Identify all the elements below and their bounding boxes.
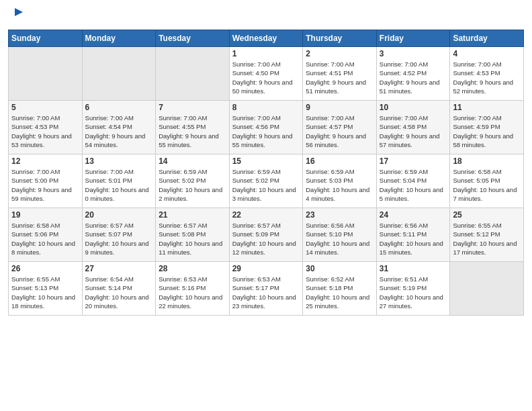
calendar-cell: 25Sunrise: 6:55 AM Sunset: 5:12 PM Dayli… <box>450 208 524 262</box>
calendar-cell: 20Sunrise: 6:57 AM Sunset: 5:07 PM Dayli… <box>82 208 156 262</box>
calendar-cell: 12Sunrise: 7:00 AM Sunset: 5:00 PM Dayli… <box>9 154 83 208</box>
weekday-header-saturday: Saturday <box>450 30 524 47</box>
day-number: 14 <box>159 156 226 166</box>
weekday-header-monday: Monday <box>82 30 156 47</box>
calendar-cell: 28Sunrise: 6:53 AM Sunset: 5:16 PM Dayli… <box>156 262 230 316</box>
calendar-cell: 26Sunrise: 6:55 AM Sunset: 5:13 PM Dayli… <box>9 262 83 316</box>
day-number: 29 <box>232 264 300 273</box>
day-info: Sunrise: 7:00 AM Sunset: 5:01 PM Dayligh… <box>85 167 153 203</box>
day-info: Sunrise: 6:58 AM Sunset: 5:06 PM Dayligh… <box>11 221 79 257</box>
day-number: 23 <box>306 210 373 220</box>
calendar-cell: 15Sunrise: 6:59 AM Sunset: 5:02 PM Dayli… <box>229 154 303 208</box>
calendar-cell <box>82 47 156 101</box>
day-number: 15 <box>232 156 300 166</box>
day-number: 16 <box>306 156 373 166</box>
day-number: 24 <box>380 210 447 220</box>
day-info: Sunrise: 7:00 AM Sunset: 4:53 PM Dayligh… <box>453 60 521 95</box>
day-number: 25 <box>453 210 521 220</box>
calendar-container: SundayMondayTuesdayWednesdayThursdayFrid… <box>0 0 532 321</box>
day-info: Sunrise: 6:56 AM Sunset: 5:10 PM Dayligh… <box>306 221 373 257</box>
day-number: 9 <box>306 103 373 112</box>
day-info: Sunrise: 6:59 AM Sunset: 5:04 PM Dayligh… <box>380 167 447 203</box>
calendar-cell: 23Sunrise: 6:56 AM Sunset: 5:10 PM Dayli… <box>303 208 377 262</box>
logo <box>8 7 24 24</box>
calendar-cell: 21Sunrise: 6:57 AM Sunset: 5:08 PM Dayli… <box>156 208 230 262</box>
day-info: Sunrise: 7:00 AM Sunset: 4:50 PM Dayligh… <box>232 60 300 95</box>
day-number: 13 <box>85 156 153 166</box>
day-number: 11 <box>453 103 521 112</box>
day-info: Sunrise: 7:00 AM Sunset: 4:59 PM Dayligh… <box>453 113 521 149</box>
week-row-1: 1Sunrise: 7:00 AM Sunset: 4:50 PM Daylig… <box>9 47 524 101</box>
calendar-cell: 11Sunrise: 7:00 AM Sunset: 4:59 PM Dayli… <box>450 101 524 154</box>
day-info: Sunrise: 6:57 AM Sunset: 5:09 PM Dayligh… <box>232 221 300 257</box>
day-info: Sunrise: 6:53 AM Sunset: 5:17 PM Dayligh… <box>232 275 300 310</box>
svg-marker-0 <box>15 8 23 16</box>
calendar-cell: 27Sunrise: 6:54 AM Sunset: 5:14 PM Dayli… <box>82 262 156 316</box>
day-info: Sunrise: 6:59 AM Sunset: 5:02 PM Dayligh… <box>159 167 226 203</box>
weekday-header-tuesday: Tuesday <box>156 30 230 47</box>
week-row-4: 19Sunrise: 6:58 AM Sunset: 5:06 PM Dayli… <box>9 208 524 262</box>
weekday-header-thursday: Thursday <box>303 30 377 47</box>
calendar-cell: 30Sunrise: 6:52 AM Sunset: 5:18 PM Dayli… <box>303 262 377 316</box>
calendar-cell: 31Sunrise: 6:51 AM Sunset: 5:19 PM Dayli… <box>376 262 450 316</box>
header <box>8 7 524 24</box>
weekday-header-wednesday: Wednesday <box>229 30 303 47</box>
weekday-header-sunday: Sunday <box>9 30 83 47</box>
day-info: Sunrise: 6:55 AM Sunset: 5:13 PM Dayligh… <box>11 275 79 310</box>
calendar-cell: 18Sunrise: 6:58 AM Sunset: 5:05 PM Dayli… <box>450 154 524 208</box>
day-number: 1 <box>232 49 300 58</box>
day-info: Sunrise: 7:00 AM Sunset: 4:51 PM Dayligh… <box>306 60 373 95</box>
day-info: Sunrise: 6:54 AM Sunset: 5:14 PM Dayligh… <box>85 275 153 310</box>
calendar-cell: 29Sunrise: 6:53 AM Sunset: 5:17 PM Dayli… <box>229 262 303 316</box>
day-info: Sunrise: 6:59 AM Sunset: 5:03 PM Dayligh… <box>306 167 373 203</box>
calendar-cell: 19Sunrise: 6:58 AM Sunset: 5:06 PM Dayli… <box>9 208 83 262</box>
week-row-5: 26Sunrise: 6:55 AM Sunset: 5:13 PM Dayli… <box>9 262 524 316</box>
calendar-cell: 4Sunrise: 7:00 AM Sunset: 4:53 PM Daylig… <box>450 47 524 101</box>
day-number: 20 <box>85 210 153 220</box>
calendar-cell: 24Sunrise: 6:56 AM Sunset: 5:11 PM Dayli… <box>376 208 450 262</box>
day-info: Sunrise: 7:00 AM Sunset: 4:56 PM Dayligh… <box>232 113 300 149</box>
day-number: 2 <box>306 49 373 58</box>
day-number: 30 <box>306 264 373 273</box>
day-info: Sunrise: 6:55 AM Sunset: 5:12 PM Dayligh… <box>453 221 521 257</box>
day-info: Sunrise: 6:59 AM Sunset: 5:02 PM Dayligh… <box>232 167 300 203</box>
calendar-cell <box>9 47 83 101</box>
day-number: 21 <box>159 210 226 220</box>
day-info: Sunrise: 7:00 AM Sunset: 4:52 PM Dayligh… <box>380 60 447 95</box>
day-number: 6 <box>85 103 153 112</box>
calendar-cell: 6Sunrise: 7:00 AM Sunset: 4:54 PM Daylig… <box>82 101 156 154</box>
calendar-cell: 5Sunrise: 7:00 AM Sunset: 4:53 PM Daylig… <box>9 101 83 154</box>
day-number: 27 <box>85 264 153 273</box>
day-info: Sunrise: 7:00 AM Sunset: 5:00 PM Dayligh… <box>11 167 79 203</box>
calendar-cell: 13Sunrise: 7:00 AM Sunset: 5:01 PM Dayli… <box>82 154 156 208</box>
calendar-table: SundayMondayTuesdayWednesdayThursdayFrid… <box>8 30 524 316</box>
day-info: Sunrise: 6:58 AM Sunset: 5:05 PM Dayligh… <box>453 167 521 203</box>
day-number: 10 <box>380 103 447 112</box>
calendar-cell: 7Sunrise: 7:00 AM Sunset: 4:55 PM Daylig… <box>156 101 230 154</box>
calendar-cell: 8Sunrise: 7:00 AM Sunset: 4:56 PM Daylig… <box>229 101 303 154</box>
day-info: Sunrise: 6:57 AM Sunset: 5:07 PM Dayligh… <box>85 221 153 257</box>
weekday-header-friday: Friday <box>376 30 450 47</box>
day-info: Sunrise: 7:00 AM Sunset: 4:53 PM Dayligh… <box>11 113 79 149</box>
calendar-cell: 22Sunrise: 6:57 AM Sunset: 5:09 PM Dayli… <box>229 208 303 262</box>
calendar-cell: 2Sunrise: 7:00 AM Sunset: 4:51 PM Daylig… <box>303 47 377 101</box>
week-row-2: 5Sunrise: 7:00 AM Sunset: 4:53 PM Daylig… <box>9 101 524 154</box>
calendar-cell: 9Sunrise: 7:00 AM Sunset: 4:57 PM Daylig… <box>303 101 377 154</box>
day-number: 3 <box>380 49 447 58</box>
day-info: Sunrise: 6:53 AM Sunset: 5:16 PM Dayligh… <box>159 275 226 310</box>
day-number: 22 <box>232 210 300 220</box>
calendar-cell: 14Sunrise: 6:59 AM Sunset: 5:02 PM Dayli… <box>156 154 230 208</box>
day-number: 31 <box>380 264 447 273</box>
calendar-cell: 1Sunrise: 7:00 AM Sunset: 4:50 PM Daylig… <box>229 47 303 101</box>
day-number: 5 <box>11 103 79 112</box>
day-info: Sunrise: 7:00 AM Sunset: 4:57 PM Dayligh… <box>306 113 373 149</box>
day-info: Sunrise: 6:56 AM Sunset: 5:11 PM Dayligh… <box>380 221 447 257</box>
day-info: Sunrise: 7:00 AM Sunset: 4:58 PM Dayligh… <box>380 113 447 149</box>
day-number: 17 <box>380 156 447 166</box>
day-number: 28 <box>159 264 226 273</box>
day-number: 26 <box>11 264 79 273</box>
day-number: 8 <box>232 103 300 112</box>
day-number: 7 <box>159 103 226 112</box>
calendar-cell: 16Sunrise: 6:59 AM Sunset: 5:03 PM Dayli… <box>303 154 377 208</box>
day-number: 4 <box>453 49 521 58</box>
